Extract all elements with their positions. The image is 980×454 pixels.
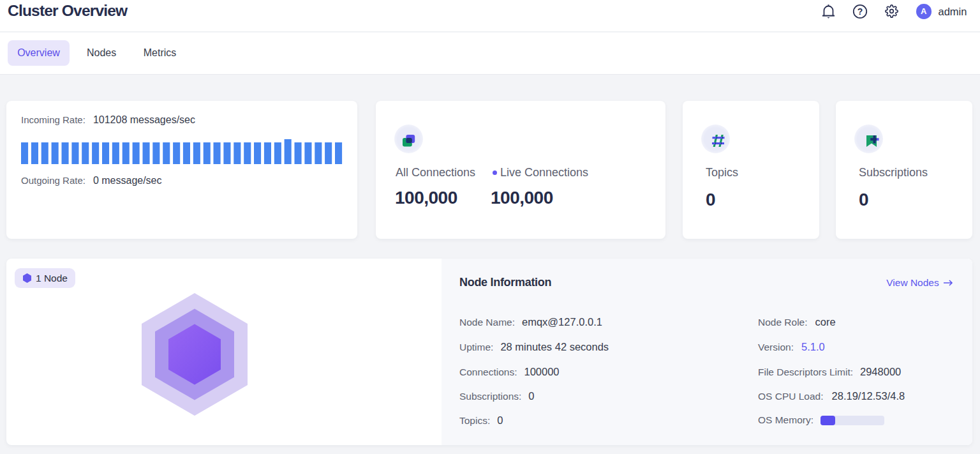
svg-text:?: ? xyxy=(858,6,863,17)
